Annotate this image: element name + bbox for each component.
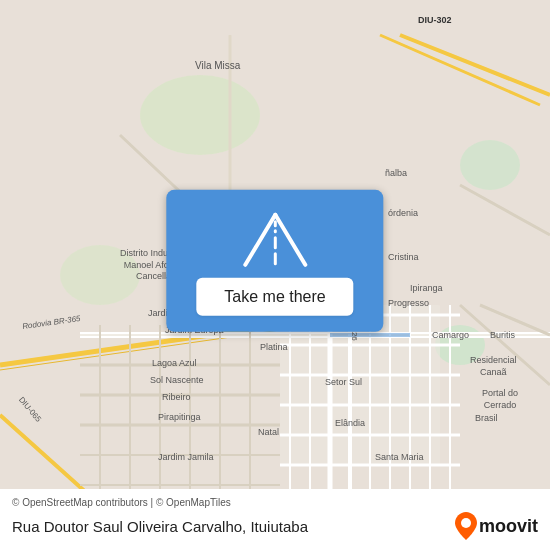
moovit-brand: moovit xyxy=(479,516,538,537)
moovit-logo: moovit xyxy=(455,512,538,540)
location-pin-icon xyxy=(455,512,477,540)
svg-point-51 xyxy=(461,518,471,528)
map-attribution: © OpenStreetMap contributors | © OpenMap… xyxy=(12,497,538,508)
svg-line-47 xyxy=(275,215,305,265)
location-name: Rua Doutor Saul Oliveira Carvalho, Ituiu… xyxy=(12,518,455,535)
blue-box: Take me there xyxy=(166,190,383,332)
map-container: DIU-302 Vila Missa ñalba órdenia Cristin… xyxy=(0,0,550,550)
bottom-bar: © OpenStreetMap contributors | © OpenMap… xyxy=(0,489,550,550)
take-me-there-container: Take me there xyxy=(166,190,383,332)
svg-point-2 xyxy=(140,75,260,155)
svg-line-46 xyxy=(245,215,275,265)
svg-point-4 xyxy=(60,245,140,305)
svg-point-3 xyxy=(460,140,520,190)
take-me-there-button[interactable]: Take me there xyxy=(196,278,353,316)
road-icon xyxy=(240,210,310,270)
